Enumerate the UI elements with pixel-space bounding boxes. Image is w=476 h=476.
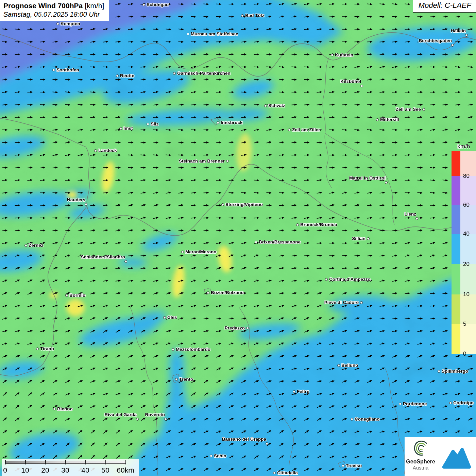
distance-scalebar: 0102030405060km [2,459,139,476]
legend-colorbar: 806040201050 [452,151,476,354]
legend-band-5 [452,294,476,324]
scalebar-label-0: 0 [3,466,7,474]
legend-tick-40: 40 [463,231,470,237]
geosphere-swirl-icon [412,439,429,457]
legend-tick-10: 10 [463,291,470,297]
wind-speed-legend: km/h 806040201050 [452,143,476,354]
legend-band-0 [452,324,476,354]
legend-unit-label: km/h [452,143,476,150]
scalebar-label-3: 30 [61,466,69,474]
logo-name: GeoSphere [405,459,437,465]
scalebar-tick-5 [105,460,106,464]
map-title: Prognose Wind 700hPa[km/h] [3,1,104,10]
scalebar-tick-3 [65,460,66,464]
scalebar-label-6: 60km [117,466,134,474]
logo-region: Austria [405,465,437,471]
weather-map-stage: SchongauBad TölzKemptenMurnau am Staffel… [0,0,476,476]
wind-map-canvas [0,0,476,476]
legend-band-40 [452,205,476,234]
model-label: Modell: C-LAEF [413,0,476,13]
map-title-unit: [km/h] [85,2,104,10]
scalebar-tick-0 [5,460,6,464]
mountain-logo [437,437,476,476]
terrain-shading [0,0,476,476]
map-subtitle: Samstag, 05.07.2025 18:00 Uhr [3,11,104,18]
scalebar-label-2: 20 [41,466,49,474]
scalebar-tick-6 [125,460,126,464]
scalebar-tick-1 [25,460,26,464]
scalebar-tick-2 [45,460,46,464]
scalebar-label-5: 50 [101,466,109,474]
legend-tick-20: 20 [463,261,470,267]
legend-band-10 [452,264,476,294]
legend-tick-5: 5 [463,321,466,327]
scalebar-label-4: 40 [81,466,89,474]
map-title-text: Prognose Wind 700hPa [3,2,83,10]
legend-tick-0: 0 [463,351,466,357]
mountain-icon [440,440,473,473]
legend-tick-60: 60 [463,202,470,208]
scalebar-label-1: 10 [21,466,29,474]
geosphere-logo: GeoSphere Austria [405,437,437,476]
legend-tick-80: 80 [463,173,470,179]
legend-band-20 [452,234,476,264]
legend-band-60 [452,176,476,205]
title-box: Prognose Wind 700hPa[km/h] Samstag, 05.0… [0,0,109,21]
scalebar-tick-4 [85,460,86,464]
